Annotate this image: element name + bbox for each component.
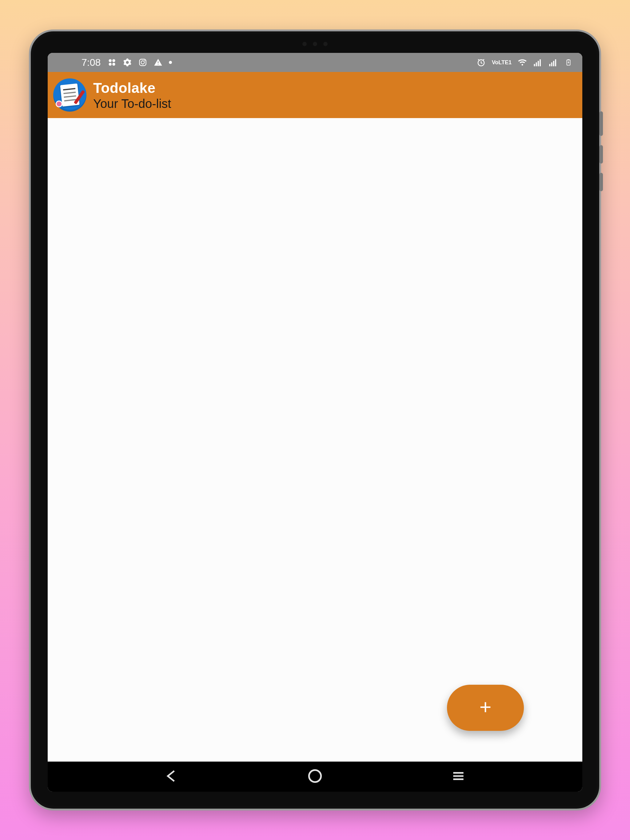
nav-back-button[interactable]: [162, 767, 181, 786]
device-camera-bar: [284, 41, 346, 47]
svg-rect-15: [555, 59, 556, 66]
svg-point-6: [144, 60, 145, 61]
app-header: Todolake Your To-do-list: [47, 72, 583, 118]
app-subtitle: Your To-do-list: [93, 97, 171, 111]
svg-rect-8: [534, 64, 535, 66]
volte-label: VoLTE1: [492, 59, 511, 65]
warning-icon: [154, 58, 163, 67]
svg-point-5: [141, 61, 144, 64]
plus-icon: [477, 699, 494, 717]
svg-point-1: [112, 59, 115, 62]
instagram-icon: [138, 58, 147, 67]
system-nav-bar: [47, 762, 583, 792]
svg-point-18: [309, 770, 321, 782]
tablet-frame: 7:08 VoLTE: [29, 30, 601, 810]
signal-icon: [533, 58, 542, 67]
svg-rect-14: [553, 61, 554, 66]
dot-icon: [169, 61, 172, 64]
wifi-icon: [518, 58, 527, 67]
svg-point-2: [109, 63, 112, 65]
alarm-icon: [476, 58, 486, 67]
signal-icon-2: [548, 58, 558, 67]
status-clock: 7:08: [82, 57, 101, 68]
device-screen: 7:08 VoLTE: [47, 53, 583, 792]
svg-rect-9: [536, 62, 537, 66]
nav-home-button[interactable]: [306, 767, 324, 786]
battery-icon: [564, 58, 573, 67]
svg-rect-17: [568, 59, 570, 60]
apps-icon: [108, 58, 117, 67]
settings-gear-icon: [123, 58, 132, 67]
device-side-buttons: [599, 111, 603, 204]
volte-icon: VoLTE1: [492, 60, 511, 65]
svg-rect-11: [540, 59, 541, 66]
app-logo-icon: [53, 78, 86, 112]
main-content: [47, 118, 583, 762]
add-fab-button[interactable]: [447, 685, 524, 731]
svg-rect-13: [551, 62, 552, 66]
nav-recent-button[interactable]: [449, 767, 468, 786]
app-title: Todolake: [93, 80, 171, 96]
home-circle-icon: [307, 768, 323, 785]
svg-point-3: [112, 63, 115, 65]
svg-rect-10: [538, 61, 539, 66]
svg-point-0: [109, 59, 112, 62]
menu-icon: [451, 768, 466, 785]
status-bar: 7:08 VoLTE: [47, 53, 583, 72]
svg-rect-12: [549, 64, 551, 66]
back-icon: [164, 768, 179, 785]
